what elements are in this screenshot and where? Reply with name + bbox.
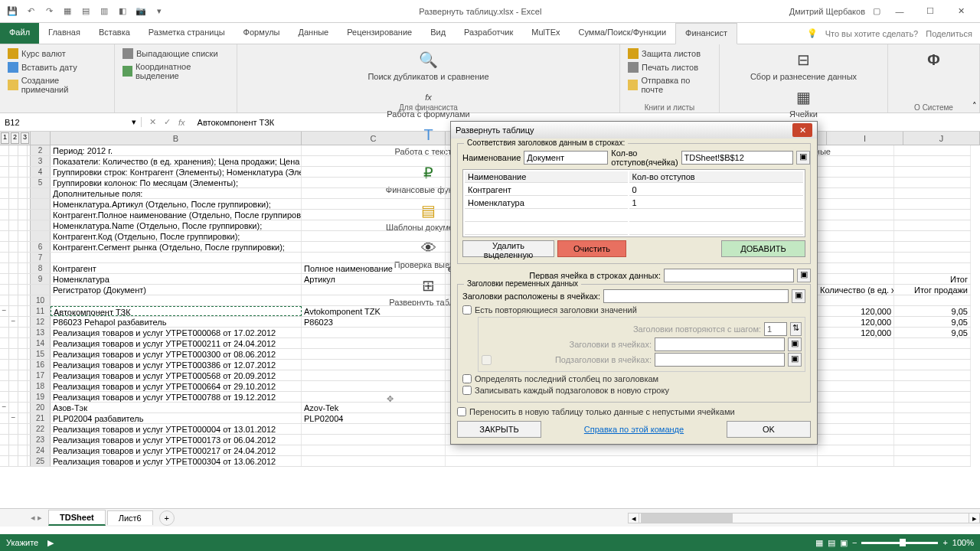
row-header[interactable]: 19 (31, 392, 51, 402)
sheet-tab-active[interactable]: TDSheet (48, 510, 106, 526)
row-header[interactable] (31, 210, 51, 220)
tab-layout[interactable]: Разметка страницы (139, 23, 234, 44)
row-header[interactable]: 5 (31, 178, 51, 187)
collapse-ribbon-icon[interactable]: ˄ (972, 101, 977, 111)
currency-button[interactable]: Курс валют (5, 47, 109, 60)
row-header[interactable]: 20 (31, 403, 51, 412)
camera-icon[interactable]: 📷 (135, 5, 147, 18)
add-button[interactable]: ДОБАВИТЬ (721, 240, 805, 257)
dialog-titlebar[interactable]: Развернуть таблицу ✕ (451, 122, 817, 139)
row-header[interactable]: 13 (31, 328, 51, 337)
range-picker-icon[interactable]: ▣ (796, 151, 810, 165)
qat-icon[interactable]: ▤ (80, 5, 92, 18)
row-header[interactable] (31, 220, 51, 230)
last-col-checkbox[interactable]: Определять последний столбец по заголовк… (462, 374, 805, 383)
send-mail-button[interactable]: Отправка по почте (625, 74, 714, 96)
row-header[interactable]: 8 (31, 263, 51, 273)
macro-icon[interactable]: ▶ (47, 538, 54, 548)
zoom-in-icon[interactable]: + (942, 538, 947, 547)
mapping-table[interactable]: НаименованиеКол-во отступов Контрагент0 … (462, 169, 805, 237)
tab-formulas[interactable]: Формулы (234, 23, 289, 44)
outline-level[interactable]: 2 (11, 132, 19, 144)
about-button[interactable]: Φ (893, 47, 975, 74)
qat-icon[interactable]: ▦ (61, 5, 74, 18)
row-header[interactable]: 23 (31, 435, 51, 445)
find-duplicates-button[interactable]: 🔍Поиск дубликатов и сравнение (242, 47, 615, 84)
tell-me[interactable]: Что вы хотите сделать? (825, 29, 919, 38)
tab-data[interactable]: Данные (289, 23, 338, 44)
tab-view[interactable]: Вид (421, 23, 455, 44)
row-header[interactable]: 22 (31, 424, 51, 434)
redo-icon[interactable]: ↷ (43, 5, 55, 18)
minimize-button[interactable]: — (888, 7, 911, 16)
protect-sheets-button[interactable]: Защита листов (625, 47, 714, 60)
close-dialog-button[interactable]: ЗАКРЫТЬ (457, 421, 541, 438)
tab-insert[interactable]: Вставка (90, 23, 139, 44)
range-picker-icon[interactable]: ▣ (792, 289, 805, 303)
qat-icon[interactable]: ▥ (98, 5, 110, 18)
row-header[interactable]: 7 (31, 253, 51, 262)
table-row[interactable]: 24 Реализация товаров и услуг УТРЕТ00021… (0, 445, 971, 456)
row-header[interactable]: 3 (31, 156, 51, 166)
zoom-out-icon[interactable]: − (852, 538, 857, 547)
repeat-checkbox[interactable]: Есть повторяющиеся заголовки значений (462, 305, 805, 315)
table-row[interactable]: 25 Реализация товаров и услуг УТРЕТ00030… (0, 456, 971, 467)
fx-icon[interactable]: fx (178, 118, 185, 127)
col-header-j[interactable]: J (903, 132, 980, 145)
row-header[interactable]: 10 (31, 295, 51, 305)
row-header[interactable]: 11 (31, 306, 51, 316)
row-header[interactable]: 21 (31, 413, 51, 423)
tab-multex[interactable]: MulTEx (522, 23, 569, 44)
chevron-down-icon[interactable]: ▾ (132, 117, 136, 127)
row-header[interactable]: 4 (31, 167, 51, 177)
row-header[interactable]: 15 (31, 349, 51, 359)
row-header[interactable]: 9 (31, 274, 51, 284)
coord-select-button[interactable]: Координатное выделение (119, 60, 232, 82)
name-input[interactable] (524, 151, 608, 165)
horizontal-scrollbar[interactable]: ◂ ▸ (628, 513, 980, 523)
row-header[interactable]: 14 (31, 338, 51, 348)
print-sheets-button[interactable]: Печать листов (625, 60, 714, 74)
save-icon[interactable]: 💾 (6, 5, 18, 18)
delete-button[interactable]: Удалить выделенную (462, 240, 554, 257)
outline-collapse-icon[interactable]: − (9, 413, 18, 423)
collect-data-button[interactable]: ⊟Сбор и разнесение данных (724, 47, 883, 84)
row-header[interactable]: 25 (31, 456, 51, 466)
qat-dropdown-icon[interactable]: ▾ (153, 5, 165, 18)
row-header[interactable] (31, 188, 51, 198)
row-header[interactable]: 24 (31, 445, 51, 455)
ribbon-options-icon[interactable]: ▢ (873, 6, 880, 16)
close-button[interactable]: ✕ (949, 6, 972, 16)
outline-collapse-icon[interactable]: − (0, 403, 9, 412)
help-link[interactable]: Справка по этой команде (584, 425, 684, 434)
view-break-icon[interactable]: ▣ (840, 538, 848, 548)
row-header[interactable]: 12 (31, 317, 51, 327)
row-header[interactable]: 6 (31, 242, 51, 252)
tab-file[interactable]: Файл (0, 23, 39, 44)
ok-button[interactable]: OK (727, 421, 811, 438)
zoom-value[interactable]: 100% (952, 538, 974, 547)
move-nonempty-checkbox[interactable]: Переносить в новую таблицу только данные… (457, 407, 811, 416)
headers-in-input[interactable] (603, 289, 789, 303)
undo-icon[interactable]: ↶ (24, 5, 37, 18)
cancel-icon[interactable]: ✕ (149, 117, 156, 127)
tab-finansist[interactable]: Финансист (675, 23, 737, 44)
share-button[interactable]: Поделиться (926, 29, 972, 38)
row-header[interactable]: 18 (31, 381, 51, 391)
range-picker-icon[interactable]: ▣ (797, 269, 811, 282)
row-header[interactable] (31, 199, 51, 209)
first-cell-input[interactable] (664, 269, 794, 282)
accept-icon[interactable]: ✓ (164, 117, 171, 127)
outline-level[interactable]: 3 (21, 132, 29, 144)
write-subheader-checkbox[interactable]: Записывать каждый подзаголовок в новую с… (462, 386, 805, 395)
dialog-close-button[interactable]: ✕ (792, 123, 812, 137)
sheet-tab[interactable]: Лист6 (107, 510, 153, 525)
outline-collapse-icon[interactable]: − (0, 306, 9, 316)
row-header[interactable] (31, 231, 51, 241)
indent-input[interactable] (681, 151, 793, 165)
insert-date-button[interactable]: Вставить дату (5, 60, 109, 74)
tab-sum[interactable]: Сумма/Поиск/Функции (570, 23, 676, 44)
row-header[interactable]: 16 (31, 360, 51, 370)
row-header[interactable] (31, 285, 51, 295)
create-comments-button[interactable]: Создание примечаний (5, 74, 109, 96)
